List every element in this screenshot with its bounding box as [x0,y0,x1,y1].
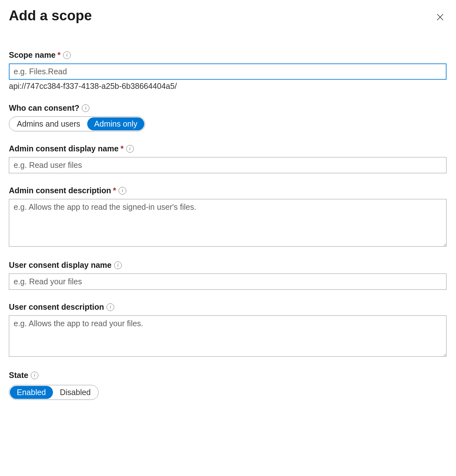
admin-consent-display-name-label: Admin consent display name * i [9,144,447,153]
info-icon[interactable]: i [82,104,89,112]
consent-option-admins-only[interactable]: Admins only [87,117,144,130]
who-can-consent-toggle: Admins and users Admins only [9,116,145,131]
info-icon[interactable]: i [126,145,134,153]
state-field: State i Enabled Disabled [9,371,447,400]
admin-consent-display-name-label-text: Admin consent display name [9,144,119,153]
required-indicator: * [57,50,61,60]
who-can-consent-label: Who can consent? i [9,103,447,113]
state-option-enabled[interactable]: Enabled [10,386,53,399]
required-indicator: * [121,144,124,153]
who-can-consent-field: Who can consent? i Admins and users Admi… [9,103,447,131]
state-toggle: Enabled Disabled [9,385,99,400]
info-icon[interactable]: i [63,51,71,59]
state-option-disabled[interactable]: Disabled [53,386,98,399]
state-label: State i [9,371,447,380]
user-consent-description-field: User consent description i [9,302,447,358]
scope-name-helper: api://747cc384-f337-4138-a25b-6b38664404… [9,82,447,91]
close-button[interactable] [433,10,447,25]
scope-name-field: Scope name * i api://747cc384-f337-4138-… [9,50,447,91]
admin-consent-display-name-input[interactable] [9,157,446,173]
user-consent-display-name-label-text: User consent display name [9,261,112,270]
scope-name-label: Scope name * i [9,50,447,60]
admin-consent-display-name-field: Admin consent display name * i [9,144,447,173]
close-icon [436,13,445,22]
info-icon[interactable]: i [107,303,114,311]
consent-option-admins-and-users[interactable]: Admins and users [10,117,87,130]
admin-consent-description-label-text: Admin consent description [9,186,111,195]
user-consent-display-name-label: User consent display name i [9,261,447,270]
admin-consent-description-field: Admin consent description * i [9,186,447,248]
user-consent-display-name-input[interactable] [9,274,446,290]
user-consent-description-label-text: User consent description [9,302,104,312]
admin-consent-description-label: Admin consent description * i [9,186,447,195]
panel-title: Add a scope [9,8,92,23]
scope-name-label-text: Scope name [9,50,55,60]
user-consent-description-label: User consent description i [9,302,447,312]
state-label-text: State [9,371,28,380]
scope-name-input[interactable] [9,63,446,80]
user-consent-display-name-field: User consent display name i [9,261,447,290]
info-icon[interactable]: i [31,372,38,379]
who-can-consent-label-text: Who can consent? [9,103,79,113]
user-consent-description-input[interactable] [9,315,446,357]
info-icon[interactable]: i [114,261,122,269]
info-icon[interactable]: i [119,187,126,195]
panel-header: Add a scope [9,8,447,25]
required-indicator: * [113,186,116,195]
admin-consent-description-input[interactable] [9,199,446,247]
